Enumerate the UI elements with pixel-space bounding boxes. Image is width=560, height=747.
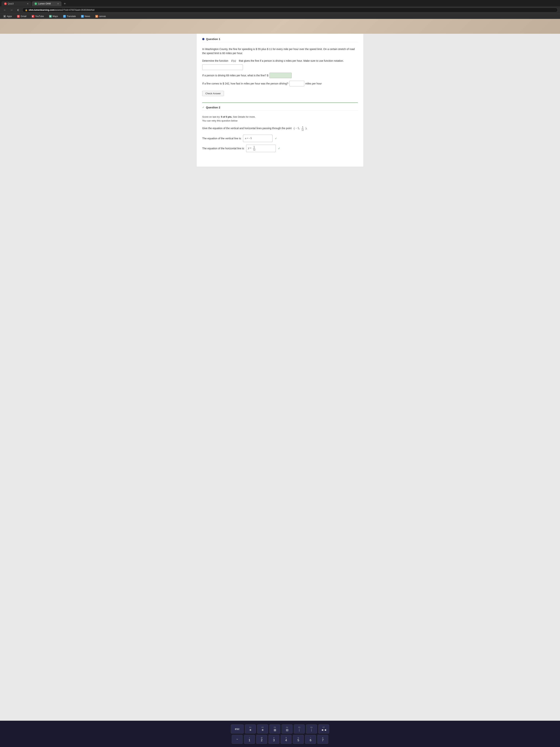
key-f6-fn: F6 xyxy=(311,726,313,728)
part-b-input[interactable] xyxy=(269,73,292,78)
key-f4-fn: F4 xyxy=(286,726,288,728)
horizontal-line-row: The equation of the horizontal line is: … xyxy=(202,145,358,152)
banner-area xyxy=(0,19,560,34)
bookmark-translate-label: Translate xyxy=(67,15,76,18)
key-f1[interactable]: F1 ☀ xyxy=(245,724,256,733)
part-c-prefix: If a fine comes to $ 242, how fast in mi… xyxy=(202,81,288,86)
horizontal-prefix: The equation of the horizontal line is: xyxy=(202,147,245,150)
bookmark-gmail-label: Gmail xyxy=(21,15,26,18)
horizontal-answer: y = 5 12 xyxy=(248,146,256,151)
vertical-answer-box: x = −5 xyxy=(243,135,273,142)
address-bar[interactable]: 🔒 ohm.lumenlearning.com/assess2/?cid=470… xyxy=(22,7,558,12)
key-tilde-label: ~ xyxy=(236,738,238,741)
key-5[interactable]: % 5 xyxy=(293,735,304,744)
question-1-part-b: If a person is driving 69 miles per hour… xyxy=(202,73,358,78)
bookmark-youtube-label: YouTube xyxy=(35,15,44,18)
key-2[interactable]: @ 2 xyxy=(256,735,267,744)
refresh-button[interactable]: C xyxy=(16,7,21,12)
key-esc[interactable]: esc xyxy=(231,724,244,733)
tab-close-lumen[interactable]: ✕ xyxy=(57,3,59,5)
math-point: ( − 5, 5 12 ). xyxy=(294,127,307,130)
forward-button[interactable]: → xyxy=(9,7,14,12)
bookmark-gmail[interactable]: G Gmail xyxy=(16,15,27,18)
key-f7-fn: F7 xyxy=(323,726,325,728)
bookmark-canvas[interactable]: ◈ canvas xyxy=(94,15,107,18)
question-2-title: Question 2 xyxy=(206,106,220,109)
tab-close-quiz3[interactable]: ✕ xyxy=(27,3,28,5)
new-tab-button[interactable]: + xyxy=(62,1,68,6)
key-5-fn: % xyxy=(298,737,299,739)
part-a-suffix: that gives the fine if a person is drivi… xyxy=(239,58,344,63)
key-f5-main: ⋮ xyxy=(298,728,301,732)
key-esc-label: esc xyxy=(235,727,240,731)
keyboard-section: esc F1 ☀ F2 ☀ F3 ⊞ F4 ⊟ F5 ⋮ F6 ⋮ F7 ◄◄ xyxy=(0,721,560,747)
maps-icon: M xyxy=(49,15,52,18)
question-1-part-c: If a fine comes to $ 242, how fast in mi… xyxy=(202,81,358,86)
key-f3-fn: F3 xyxy=(274,726,276,728)
youtube-icon: ▶ xyxy=(32,15,34,18)
question-2-problem: Give the equation of the vertical and ho… xyxy=(202,126,358,131)
part-b-prefix: If a person is driving 69 miles per hour… xyxy=(202,73,268,78)
key-f4[interactable]: F4 ⊟ xyxy=(282,724,293,733)
part-c-input[interactable] xyxy=(289,81,304,86)
vertical-answer: x = −5 xyxy=(245,137,252,140)
key-6[interactable]: ^ 6 xyxy=(305,735,316,744)
back-button[interactable]: ← xyxy=(2,7,7,12)
key-f5-fn: F5 xyxy=(298,726,300,728)
bookmark-maps-label: Maps xyxy=(53,15,58,18)
key-4[interactable]: $ 4 xyxy=(281,735,292,744)
quiz-container: Question 1 In Washington County, the fin… xyxy=(197,34,363,166)
news-icon: N xyxy=(81,15,84,18)
part-a-input[interactable] xyxy=(202,65,243,70)
question-1-title: Question 1 xyxy=(206,37,220,41)
horizontal-fraction: 5 12 xyxy=(252,146,256,151)
key-f2[interactable]: F2 ☀ xyxy=(257,724,268,733)
key-7-fn: & xyxy=(322,737,323,739)
key-f3[interactable]: F3 ⊞ xyxy=(269,724,281,733)
horizontal-answer-box: y = 5 12 xyxy=(246,145,276,152)
key-f5[interactable]: F5 ⋮ xyxy=(294,724,305,733)
tab-label-quiz3: Quiz3 xyxy=(8,2,14,5)
bookmark-news[interactable]: N News xyxy=(80,15,91,18)
key-7[interactable]: & 7 xyxy=(317,735,328,744)
key-1-fn: ! xyxy=(249,737,250,739)
gmail-icon: G xyxy=(17,15,20,18)
bookmark-youtube[interactable]: ▶ YouTube xyxy=(31,15,45,18)
key-1-main: 1 xyxy=(249,739,250,742)
key-2-main: 2 xyxy=(261,739,263,742)
bookmark-translate[interactable]: T Translate xyxy=(62,15,77,18)
horizontal-check: ✓ xyxy=(278,147,280,150)
key-4-main: 4 xyxy=(285,739,287,742)
key-4-fn: $ xyxy=(286,737,287,739)
tab-favicon-lumen: Ω xyxy=(34,2,37,5)
translate-icon: T xyxy=(63,15,66,18)
key-1[interactable]: ! 1 xyxy=(244,735,255,744)
key-3[interactable]: # 3 xyxy=(268,735,279,744)
key-3-fn: # xyxy=(273,737,274,739)
score-note: Score on last try: 5 of 5 pts. See Detai… xyxy=(202,115,358,118)
check-answer-button[interactable]: Check Answer xyxy=(202,91,224,96)
vertical-prefix: The equation of the vertical line is: xyxy=(202,137,241,140)
bookmark-maps[interactable]: M Maps xyxy=(48,15,59,18)
canvas-icon: ◈ xyxy=(96,15,98,18)
key-f6-main: ⋮ xyxy=(310,728,313,732)
question-1-header: Question 1 xyxy=(202,37,358,42)
key-6-main: 6 xyxy=(310,739,312,742)
key-f7-main: ◄◄ xyxy=(321,728,327,731)
key-6-fn: ^ xyxy=(310,737,311,739)
key-tilde[interactable]: ~ xyxy=(232,735,243,744)
question-1-block: Question 1 In Washington County, the fin… xyxy=(202,37,358,98)
key-f7[interactable]: F7 ◄◄ xyxy=(318,724,329,733)
tab-favicon-quiz3: ⚙ xyxy=(4,2,7,5)
browser-chrome: ⚙ Quiz3 ✕ Ω Lumen OHM ✕ + ← → C 🔒 ohm.lu… xyxy=(0,0,560,19)
part-c-suffix: miles per hour xyxy=(305,81,322,86)
question-2-check: ✓ xyxy=(202,106,205,109)
key-5-main: 5 xyxy=(298,739,299,742)
bookmark-apps-label: Apps xyxy=(7,15,12,18)
bookmark-news-label: News xyxy=(85,15,90,18)
tab-lumen-ohm[interactable]: Ω Lumen OHM ✕ xyxy=(32,1,61,6)
tab-bar: ⚙ Quiz3 ✕ Ω Lumen OHM ✕ + xyxy=(0,0,560,6)
bookmark-apps[interactable]: ⊞ Apps xyxy=(2,15,13,18)
tab-quiz3[interactable]: ⚙ Quiz3 ✕ xyxy=(1,1,31,6)
key-f6[interactable]: F6 ⋮ xyxy=(306,724,317,733)
